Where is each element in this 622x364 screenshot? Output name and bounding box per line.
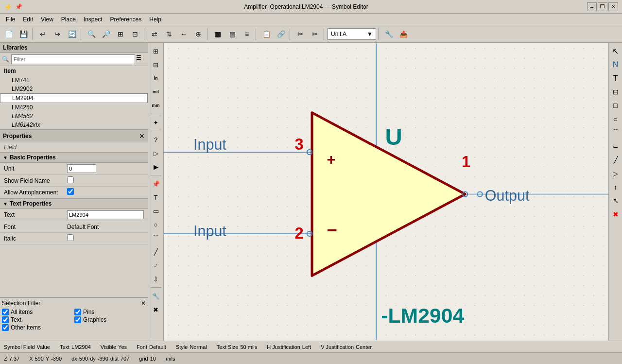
break-button[interactable]: ✂	[294, 27, 307, 41]
del-btn[interactable]: ✖	[150, 303, 162, 316]
field-subtitle: Field	[0, 142, 148, 152]
mirror-y-button[interactable]: ⇅	[162, 27, 176, 41]
snap-btn[interactable]: ✦	[150, 116, 162, 129]
pin-button[interactable]: ⊕	[191, 27, 205, 41]
add-text-btn[interactable]: T	[150, 191, 162, 204]
cursor-btn[interactable]: ↖	[609, 194, 622, 207]
menu-preferences[interactable]: Preferences	[106, 15, 146, 24]
sym-fields-button[interactable]: ≡	[240, 27, 254, 41]
menu-edit[interactable]: Edit	[19, 15, 37, 24]
mil-btn[interactable]: mil	[150, 86, 162, 98]
circle-rt-btn[interactable]: ○	[609, 113, 622, 125]
break2-button[interactable]: ✂	[308, 27, 322, 41]
text-rt-btn[interactable]: T	[609, 72, 622, 85]
text-input[interactable]	[67, 210, 144, 219]
properties-close-icon[interactable]: ✕	[139, 132, 145, 140]
net-btn[interactable]: N	[609, 58, 622, 71]
delete-rt-btn[interactable]: ✖	[609, 208, 622, 221]
menu-place[interactable]: Place	[57, 15, 80, 24]
highlight-btn[interactable]: ▶	[150, 160, 162, 173]
pin-table-button[interactable]: ▦	[211, 27, 225, 41]
filter-options-icon[interactable]: ☰	[136, 54, 146, 64]
save-button[interactable]: 💾	[17, 27, 30, 41]
z-value: 7.37	[9, 356, 19, 362]
sel-other-checkbox[interactable]	[2, 324, 9, 331]
add-circle-btn[interactable]: ○	[150, 218, 162, 231]
new-button[interactable]: 📄	[2, 27, 16, 41]
sel-graphics-checkbox[interactable]	[74, 316, 81, 323]
left-panel: Libraries 🔍 ☰ Item LM741 LM2902 LM2904 L…	[0, 43, 148, 341]
zoom-selection-button[interactable]: ⊡	[128, 27, 142, 41]
mirror-x-button[interactable]: ⇄	[148, 27, 161, 41]
properties-lt-btn[interactable]: 🔧	[150, 290, 162, 302]
canvas-area[interactable]: U -LM2904 1 3 2 + − Input Input Output	[164, 43, 608, 341]
unit-dropdown[interactable]: Unit A ▼	[328, 28, 376, 40]
add-arc-btn[interactable]: ⌒	[150, 232, 162, 244]
grid-value: 10	[150, 356, 156, 362]
grid-fine-btn[interactable]: ⊟	[150, 58, 162, 71]
info-btn[interactable]: ?	[150, 133, 162, 146]
dy-value: -390	[98, 356, 108, 362]
lib-item-lm6142xlx[interactable]: LM6142xIx	[0, 121, 148, 129]
lib-item-lm4562[interactable]: LM4562	[0, 112, 148, 121]
zoom-out-button[interactable]: 🔎	[99, 27, 113, 41]
sel-graphics: Graphics	[74, 316, 146, 323]
import-btn[interactable]: ⇩	[150, 273, 162, 285]
net-nav-btn[interactable]: ▷	[150, 147, 162, 159]
svg-text:3: 3	[294, 136, 303, 153]
lib-item-lm4250[interactable]: LM4250	[0, 103, 148, 112]
sel-filter-close-icon[interactable]: ✕	[141, 300, 146, 307]
menu-inspect[interactable]: Inspect	[80, 15, 106, 24]
measure-btn[interactable]: ↕	[609, 181, 622, 193]
show-field-checkbox[interactable]	[67, 176, 74, 183]
netflag-btn[interactable]: ⊟	[609, 86, 622, 98]
sym-field-item: Symbol Field Value	[4, 344, 50, 350]
add-pin-btn[interactable]: 📌	[150, 177, 162, 190]
zoom-in-button[interactable]: 🔍	[85, 27, 98, 41]
unit-input[interactable]	[67, 164, 96, 173]
add-line-btn[interactable]: ╱	[150, 245, 162, 258]
properties-button[interactable]: ▤	[225, 27, 239, 41]
autoplacement-label: Allow Autoplacement	[4, 189, 67, 196]
sync-button[interactable]: 🔧	[382, 27, 396, 41]
menu-help[interactable]: Help	[145, 15, 165, 24]
prop-row-show-field: Show Field Name	[0, 175, 148, 187]
reload-button[interactable]: 🔄	[65, 27, 79, 41]
noconn-btn[interactable]: □	[609, 99, 622, 112]
arrow-rt-btn[interactable]: ▷	[609, 167, 622, 180]
export-button[interactable]: 📤	[397, 27, 410, 41]
undo-button[interactable]: ↩	[36, 27, 50, 41]
minimize-button[interactable]: 🗕	[587, 2, 597, 11]
basic-properties-collapse[interactable]: ▼ Basic Properties	[0, 152, 148, 163]
line-rt-btn[interactable]: ╱	[609, 154, 622, 166]
lib-item-lm2902[interactable]: LM2902	[0, 85, 148, 93]
move-button[interactable]: ↔	[177, 27, 190, 41]
add-rect-btn[interactable]: ▭	[150, 205, 162, 217]
menu-view[interactable]: View	[37, 15, 57, 24]
grid-btn[interactable]: ⊞	[150, 45, 162, 57]
arc-rt-btn[interactable]: ⌒	[609, 126, 622, 139]
sel-all-checkbox[interactable]	[2, 309, 9, 315]
netlist-button[interactable]: 🔗	[274, 27, 288, 41]
redo-button[interactable]: ↪	[51, 27, 64, 41]
sel-text-checkbox[interactable]	[2, 316, 9, 323]
h-just-label: H Justification	[267, 344, 300, 350]
wire-rt-btn[interactable]: ⌙	[609, 140, 622, 153]
text-properties-collapse[interactable]: ▼ Text Properties	[0, 198, 148, 209]
select-btn[interactable]: ↖	[609, 45, 622, 57]
close-button[interactable]: ✕	[608, 2, 618, 11]
sel-pins-checkbox[interactable]	[74, 309, 81, 315]
lib-item-lm741[interactable]: LM741	[0, 76, 148, 85]
mm-btn[interactable]: mm	[150, 99, 162, 112]
zoom-fit-button[interactable]: ⊞	[114, 27, 127, 41]
text-collapse-arrow: ▼	[3, 201, 8, 207]
bom-button[interactable]: 📋	[259, 27, 273, 41]
lib-item-lm2904[interactable]: LM2904	[0, 93, 148, 103]
autoplacement-checkbox[interactable]	[67, 188, 74, 195]
library-search-input[interactable]	[11, 54, 135, 64]
maximize-button[interactable]: 🗖	[598, 2, 607, 11]
menu-file[interactable]: File	[2, 15, 19, 24]
italic-checkbox[interactable]	[67, 234, 74, 241]
inch-btn[interactable]: in	[150, 72, 162, 85]
add-polyline-btn[interactable]: ⟋	[150, 259, 162, 272]
